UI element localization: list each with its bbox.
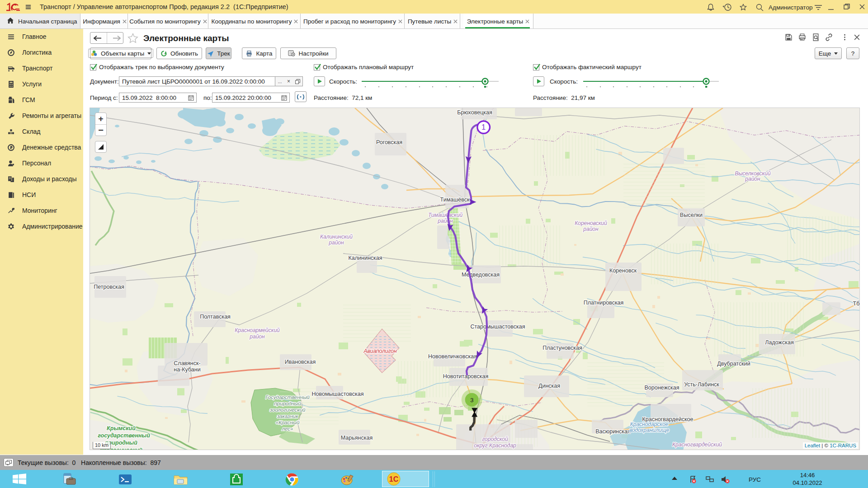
svg-text:район: район (745, 176, 760, 182)
svg-text:на-Кубани: на-Кубани (174, 366, 200, 373)
svg-text:Новомышастовская: Новомышастовская (312, 391, 364, 397)
svg-text:водохранилище: водохранилище (629, 427, 670, 433)
svg-text:заказник: заказник (277, 413, 298, 419)
svg-text:район: район (437, 218, 453, 224)
svg-text:Тимашёвский: Тимашёвский (428, 212, 462, 218)
svg-text:Авиаполигон: Авиаполигон (363, 348, 397, 354)
svg-text:1С: 1С (389, 475, 399, 483)
svg-text:район: район (328, 239, 344, 246)
svg-text:Пластуновская: Пластуновская (542, 345, 582, 351)
svg-text:район: район (583, 226, 599, 232)
svg-text:«Красный: «Красный (276, 420, 300, 425)
svg-text:Усть-Лабинск: Усть-Лабинск (684, 381, 719, 388)
svg-text:Роговская: Роговская (376, 139, 402, 145)
svg-text:государственный: государственный (98, 432, 150, 439)
svg-text:Красногвардейский: Красногвардейский (672, 441, 722, 448)
svg-text:Воронежская: Воронежская (645, 385, 679, 391)
svg-text:зоологический: зоологический (269, 407, 306, 413)
svg-text:Калининская: Калининская (348, 255, 382, 261)
svg-text:3: 3 (470, 397, 474, 404)
svg-text:Краснодарское: Краснодарское (630, 421, 669, 427)
svg-text:лес»: лес» (282, 426, 293, 432)
svg-text:Нововеличковская: Нововеличковская (428, 353, 477, 360)
svg-text:Кореновский: Кореновский (575, 220, 607, 226)
svg-text:Ладожская: Ладожская (765, 339, 793, 346)
svg-text:РУС: РУС (749, 476, 761, 483)
svg-text:Васюринская: Васюринская (595, 428, 630, 435)
svg-text:Марьянская: Марьянская (341, 435, 373, 441)
svg-text:Славянск-: Славянск- (174, 360, 200, 366)
svg-text:Петровская: Петровская (94, 284, 124, 290)
svg-text:природный: природный (274, 401, 301, 406)
svg-text:Тимашёвск: Тимашёвск (440, 197, 470, 203)
svg-text:Двубратский: Двубратский (717, 361, 750, 367)
svg-text:Крымский: Крымский (107, 425, 136, 432)
svg-text:Калининский: Калининский (320, 234, 353, 240)
svg-text:Выселки: Выселки (680, 212, 703, 218)
svg-text:городской: городской (482, 436, 508, 442)
svg-text:округ Краснодар: округ Краснодар (474, 442, 516, 449)
svg-text:1: 1 (481, 123, 486, 131)
svg-text:район: район (249, 333, 265, 340)
svg-text:Ивановская: Ивановская (285, 359, 316, 365)
svg-text:Новотитаровская: Новотитаровская (443, 373, 489, 380)
svg-text:Администратор: Администратор (769, 4, 812, 11)
svg-text:Кореновск: Кореновск (609, 267, 637, 274)
svg-text:Медведовская: Медведовская (462, 272, 500, 278)
svg-text:Тб: Тб (853, 300, 860, 307)
svg-text:Старомышастовская: Старомышастовская (470, 324, 525, 330)
svg-text:Полтавская: Полтавская (200, 314, 231, 320)
svg-text:Государственный: Государственный (265, 394, 310, 400)
svg-text:Платнировская: Платнировская (584, 300, 624, 306)
svg-text:Красноармейский: Красноармейский (235, 327, 280, 333)
svg-text:Динская: Динская (538, 383, 560, 389)
svg-text:Брюховецкая: Брюховецкая (457, 109, 492, 116)
